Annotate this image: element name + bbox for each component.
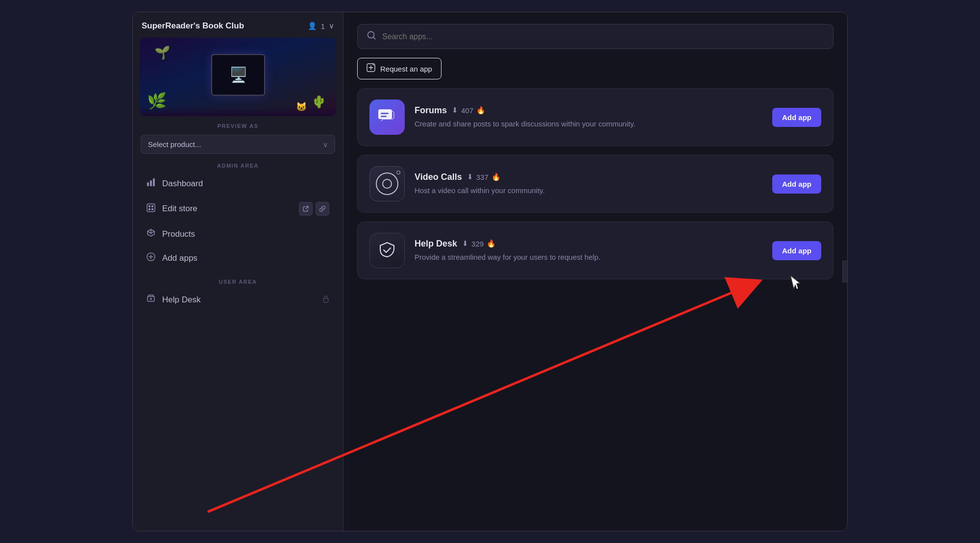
preview-placeholder: Select product...: [148, 140, 201, 148]
member-count: 1: [321, 22, 325, 30]
forums-stats: ⬇ 407 🔥: [452, 106, 486, 115]
svg-rect-4: [148, 205, 150, 207]
user-area-label: USER AREA: [133, 270, 343, 288]
help-desk-nav-icon: [147, 294, 155, 305]
search-icon: [367, 30, 376, 43]
svg-rect-1: [150, 180, 152, 186]
app-container: SuperReader's Book Club 👤 1 ∨ 🌿 🌱 🌵 🐱: [132, 12, 848, 531]
video-calls-desc: Host a video call within your community.: [415, 185, 762, 196]
store-header-right: 👤 1 ∨: [308, 22, 334, 30]
dropdown-chevron-icon[interactable]: ∨: [329, 22, 334, 30]
preview-selector[interactable]: Select product... ∨: [141, 135, 335, 154]
help-desk-lock-icon: [322, 295, 329, 304]
forums-downloads: 407: [461, 106, 473, 115]
request-app-label: Request an app: [380, 65, 432, 73]
svg-rect-6: [148, 208, 150, 210]
sidebar-item-add-apps[interactable]: Add apps: [137, 247, 339, 270]
sidebar-item-help-desk[interactable]: Help Desk: [137, 288, 339, 311]
help-desk-app-card: Help Desk ⬇ 329 🔥 Provide a streamlined …: [357, 222, 833, 279]
store-header: SuperReader's Book Club 👤 1 ∨: [133, 12, 343, 38]
add-apps-label: Add apps: [162, 253, 197, 263]
search-input[interactable]: [382, 32, 824, 41]
forums-name-row: Forums ⬇ 407 🔥: [415, 105, 762, 116]
forums-icon: [369, 99, 405, 135]
dashboard-label: Dashboard: [162, 179, 203, 189]
sidebar-item-edit-store[interactable]: Edit store: [137, 196, 339, 222]
preview-chevron-icon: ∨: [323, 141, 328, 148]
products-label: Products: [162, 229, 195, 239]
help-desk-fire: 🔥: [487, 239, 496, 248]
edit-store-label: Edit store: [162, 204, 197, 214]
video-calls-info: Video Calls ⬇ 337 🔥 Host a video call wi…: [415, 172, 762, 196]
video-calls-name-row: Video Calls ⬇ 337 🔥: [415, 172, 762, 182]
admin-area-label: ADMIN AREA: [133, 154, 343, 172]
video-calls-app-card: Video Calls ⬇ 337 🔥 Host a video call wi…: [357, 155, 833, 213]
person-icon: 👤: [308, 22, 317, 30]
help-desk-downloads: 329: [471, 240, 484, 248]
svg-rect-7: [151, 208, 153, 210]
forums-fire: 🔥: [476, 106, 486, 115]
download-icon: ⬇: [452, 106, 458, 115]
sidebar-collapse-button[interactable]: ‹: [842, 261, 848, 282]
help-desk-nav-label: Help Desk: [162, 295, 200, 305]
vc-download-icon: ⬇: [467, 173, 473, 181]
request-btn-wrapper: Request an app: [357, 58, 833, 79]
external-link-button[interactable]: [299, 202, 313, 216]
forums-desc: Create and share posts to spark discussi…: [415, 119, 762, 129]
dashboard-icon: [147, 178, 155, 189]
store-title: SuperReader's Book Club: [142, 21, 244, 31]
help-desk-stats: ⬇ 329 🔥: [462, 239, 496, 248]
video-calls-icon: [369, 166, 405, 201]
svg-rect-2: [153, 178, 155, 186]
svg-rect-14: [381, 113, 389, 114]
preview-label: PREVIEW AS: [133, 116, 343, 133]
help-desk-name-row: Help Desk ⬇ 329 🔥: [415, 239, 762, 249]
hd-download-icon: ⬇: [462, 239, 468, 248]
search-bar: [357, 24, 833, 49]
forums-add-app-button[interactable]: Add app: [772, 108, 821, 127]
request-app-button[interactable]: Request an app: [357, 58, 441, 79]
svg-rect-10: [323, 298, 328, 302]
sidebar-item-products[interactable]: Products: [137, 222, 339, 246]
help-desk-app-desc: Provide a streamlined way for your users…: [415, 252, 762, 263]
store-banner: 🌿 🌱 🌵 🐱 🖥️: [140, 38, 336, 116]
svg-rect-15: [381, 116, 387, 117]
sidebar-item-dashboard[interactable]: Dashboard: [137, 172, 339, 195]
svg-rect-0: [147, 182, 149, 186]
svg-rect-5: [151, 205, 153, 207]
video-calls-stats: ⬇ 337 🔥: [467, 173, 501, 181]
video-calls-fire: 🔥: [491, 173, 501, 181]
edit-store-icon: [147, 203, 155, 215]
forums-app-card: Forums ⬇ 407 🔥 Create and share posts to…: [357, 88, 833, 146]
main-content: Request an app Forums: [343, 12, 847, 531]
forums-name: Forums: [415, 105, 447, 116]
video-calls-name: Video Calls: [415, 172, 462, 182]
video-calls-add-app-button[interactable]: Add app: [772, 174, 821, 194]
help-desk-app-info: Help Desk ⬇ 329 🔥 Provide a streamlined …: [415, 239, 762, 263]
edit-store-actions: [299, 202, 329, 216]
sidebar: SuperReader's Book Club 👤 1 ∨ 🌿 🌱 🌵 🐱: [133, 12, 343, 531]
help-desk-icon: [369, 233, 405, 268]
request-icon: [367, 63, 375, 74]
video-calls-downloads: 337: [476, 173, 489, 181]
link-button[interactable]: [316, 202, 329, 216]
forums-info: Forums ⬇ 407 🔥 Create and share posts to…: [415, 105, 762, 129]
add-apps-icon: [147, 252, 155, 264]
help-desk-add-app-button[interactable]: Add app: [772, 241, 821, 260]
products-icon: [147, 228, 155, 240]
help-desk-app-name: Help Desk: [415, 239, 457, 249]
svg-rect-3: [147, 204, 155, 212]
